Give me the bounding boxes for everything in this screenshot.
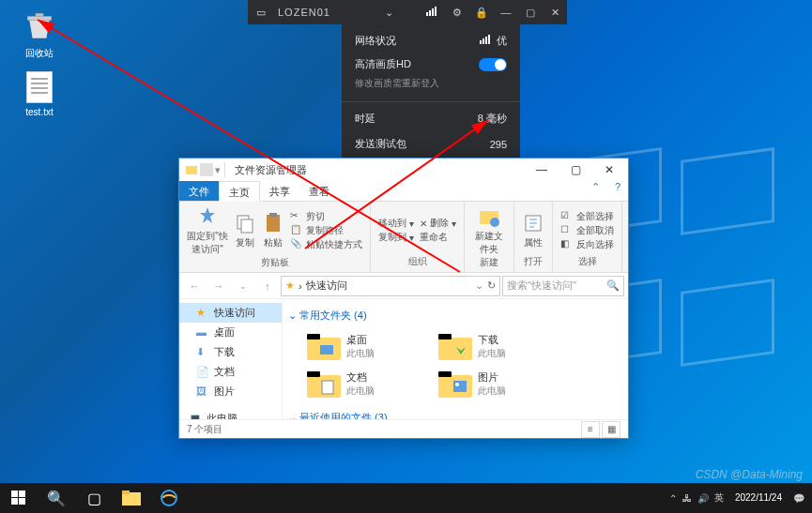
- svg-rect-25: [19, 490, 25, 497]
- folder-downloads[interactable]: 下载此电脑: [438, 332, 560, 360]
- tab-file[interactable]: 文件: [179, 181, 219, 201]
- monitor-icon: ▭: [248, 7, 274, 19]
- breadcrumb[interactable]: ★ › 快速访问 ⌄ ↻: [281, 276, 500, 296]
- svg-rect-27: [19, 498, 25, 505]
- ribbon-help-icon[interactable]: ?: [607, 181, 628, 201]
- content-pane: ⌄ 常用文件夹 (4) 桌面此电脑 下载此电脑 文档此电脑 图片此电脑: [283, 299, 628, 419]
- tray-ime[interactable]: 英: [714, 491, 724, 505]
- paste-button[interactable]: 粘贴: [262, 212, 284, 249]
- latency-label: 时延: [355, 112, 375, 126]
- svg-rect-29: [122, 490, 130, 494]
- search-input[interactable]: 搜索"快速访问" 🔍: [502, 276, 624, 296]
- view-icons-button[interactable]: ▦: [602, 421, 620, 438]
- ribbon-collapse-icon[interactable]: ⌃: [584, 181, 607, 201]
- copy-path-button[interactable]: 📋复制路径: [290, 224, 362, 237]
- svg-point-7: [490, 218, 499, 227]
- signal-icon[interactable]: [421, 0, 445, 24]
- taskbar-explorer[interactable]: [113, 483, 150, 513]
- tray-datetime[interactable]: 2022/11/24: [729, 492, 788, 504]
- sidebar-item-quick[interactable]: ★快速访问: [179, 303, 282, 323]
- search-icon: 🔍: [606, 279, 620, 292]
- svg-rect-13: [438, 334, 452, 339]
- group-new: 新建: [472, 256, 506, 269]
- start-button[interactable]: [0, 483, 38, 513]
- sidebar-item-desktop[interactable]: ▬桌面: [179, 323, 282, 342]
- folder-desktop[interactable]: 桌面此电脑: [307, 332, 429, 360]
- tab-view[interactable]: 查看: [299, 181, 339, 201]
- status-count: 7 个项目: [187, 423, 222, 436]
- recycle-label: 回收站: [11, 47, 68, 60]
- system-tray: ⌃ 🖧 🔊 英 2022/11/24 💬: [669, 491, 812, 505]
- close-button[interactable]: ✕: [543, 0, 567, 24]
- section-recent[interactable]: ⌄ 最近使用的文件 (3): [288, 407, 622, 419]
- send-label: 发送测试包: [355, 137, 406, 151]
- settings-icon[interactable]: ⚙: [445, 0, 469, 24]
- tray-volume-icon[interactable]: 🔊: [697, 493, 709, 504]
- paste-shortcut-button[interactable]: 📎粘贴快捷方式: [290, 238, 362, 251]
- new-folder-button[interactable]: 新建文件夹: [472, 205, 506, 256]
- group-clipboard: 剪贴板: [187, 256, 362, 269]
- explorer-window: ▾ 文件资源管理器 — ▢ ✕ 文件 主页 共享 查看 ⌃ ? 固定到"快速访问…: [178, 158, 629, 439]
- section-frequent[interactable]: ⌄ 常用文件夹 (4): [288, 305, 622, 326]
- win-close-button[interactable]: ✕: [592, 158, 626, 181]
- folder-pictures[interactable]: 图片此电脑: [438, 370, 560, 398]
- taskview-button[interactable]: ▢: [75, 483, 113, 513]
- nav-history-icon[interactable]: ⌄: [232, 275, 254, 297]
- properties-button[interactable]: 属性: [522, 212, 544, 249]
- nav-up-button[interactable]: ↑: [256, 275, 279, 297]
- remote-hostname: LOZEN01: [278, 7, 330, 18]
- cut-button[interactable]: ✂剪切: [290, 210, 362, 223]
- tray-chevron-icon[interactable]: ⌃: [669, 493, 677, 504]
- search-button[interactable]: 🔍: [38, 483, 75, 513]
- svg-rect-1: [200, 163, 213, 176]
- ribbon-tabs: 文件 主页 共享 查看 ⌃ ?: [179, 181, 628, 202]
- rename-button[interactable]: 重命名: [420, 231, 456, 244]
- sidebar: ★快速访问 ▬桌面 ⬇下载 📄文档 🖼图片 💻此电脑 🖧网络: [179, 299, 283, 419]
- watermark: CSDN @Data-Mining: [696, 468, 803, 481]
- svg-rect-15: [307, 371, 320, 377]
- win-maximize-button[interactable]: ▢: [559, 158, 592, 181]
- pin-button[interactable]: 固定到"快速访问": [187, 205, 228, 256]
- select-all-button[interactable]: ☑全部选择: [560, 210, 614, 223]
- svg-rect-16: [322, 381, 333, 394]
- nav-forward-button[interactable]: →: [207, 275, 230, 297]
- tray-network-icon[interactable]: 🖧: [682, 493, 692, 504]
- nav-back-button[interactable]: ←: [183, 275, 206, 297]
- group-open: 打开: [522, 255, 544, 268]
- svg-rect-10: [307, 334, 320, 339]
- sidebar-item-thispc[interactable]: 💻此电脑: [179, 409, 282, 419]
- refresh-icon[interactable]: ↻: [487, 279, 496, 292]
- svg-rect-0: [186, 166, 197, 174]
- invert-selection-button[interactable]: ◧反向选择: [560, 238, 614, 251]
- hd-note: 修改画质需重新登入: [342, 77, 520, 98]
- tab-home[interactable]: 主页: [219, 181, 260, 202]
- svg-rect-24: [11, 490, 18, 497]
- maximize-button[interactable]: ▢: [518, 0, 543, 24]
- taskbar-ie[interactable]: [150, 483, 188, 513]
- move-to-button[interactable]: 移动到 ▾: [378, 217, 414, 230]
- view-details-button[interactable]: ≡: [581, 421, 600, 438]
- folder-documents[interactable]: 文档此电脑: [307, 370, 429, 398]
- hd-toggle[interactable]: [479, 58, 507, 71]
- minimize-button[interactable]: —: [494, 0, 518, 24]
- svg-rect-28: [122, 492, 141, 505]
- desktop-icon-recycle[interactable]: 回收站: [11, 9, 68, 60]
- delete-button[interactable]: ✕ 删除 ▾: [420, 217, 456, 230]
- hd-label: 高清画质HD: [355, 57, 411, 71]
- copy-to-button[interactable]: 复制到 ▾: [378, 231, 414, 244]
- svg-rect-19: [453, 381, 467, 392]
- tab-share[interactable]: 共享: [260, 181, 299, 201]
- copy-button[interactable]: 复制: [234, 212, 256, 249]
- host-dropdown-icon[interactable]: ⌄: [377, 0, 402, 24]
- sidebar-item-downloads[interactable]: ⬇下载: [179, 342, 282, 362]
- tray-notifications-icon[interactable]: 💬: [793, 493, 804, 504]
- sidebar-item-documents[interactable]: 📄文档: [179, 362, 282, 382]
- desktop-icon-testfile[interactable]: test.txt: [11, 71, 68, 117]
- win-minimize-button[interactable]: —: [525, 158, 559, 181]
- latency-value: 8 毫秒: [478, 112, 507, 126]
- explorer-titlebar[interactable]: ▾ 文件资源管理器 — ▢ ✕: [179, 158, 628, 181]
- sidebar-item-pictures[interactable]: 🖼图片: [179, 382, 282, 401]
- lock-icon[interactable]: 🔒: [469, 0, 494, 24]
- svg-rect-18: [438, 371, 452, 377]
- select-none-button[interactable]: ☐全部取消: [560, 224, 614, 237]
